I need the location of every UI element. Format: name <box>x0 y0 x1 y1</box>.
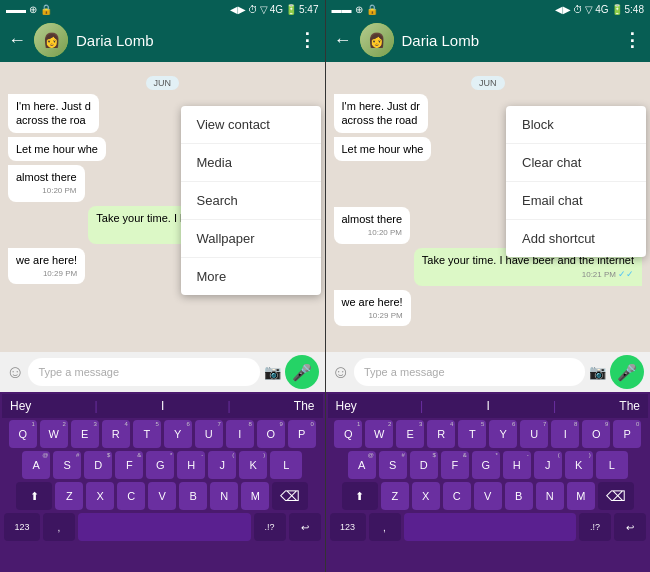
key-c[interactable]: C <box>117 482 145 510</box>
key-r-y[interactable]: Y6 <box>489 420 517 448</box>
key-r-comma[interactable]: , <box>369 513 401 541</box>
key-x[interactable]: X <box>86 482 114 510</box>
key-r-123[interactable]: 123 <box>330 513 366 541</box>
camera-button-2[interactable]: 📷 <box>589 364 606 380</box>
key-e[interactable]: E3 <box>71 420 99 448</box>
key-shift[interactable]: ⬆ <box>16 482 52 510</box>
key-punctuation[interactable]: .!? <box>254 513 286 541</box>
key-r-p[interactable]: P0 <box>613 420 641 448</box>
mic-button-2[interactable]: 🎤 <box>610 355 644 389</box>
key-r-g[interactable]: G* <box>472 451 500 479</box>
key-j[interactable]: J( <box>208 451 236 479</box>
menu-view-contact[interactable]: View contact <box>181 106 321 144</box>
message-input-right[interactable]: Type a message <box>354 358 585 386</box>
key-r-c[interactable]: C <box>443 482 471 510</box>
key-r-b[interactable]: B <box>505 482 533 510</box>
key-p[interactable]: P0 <box>288 420 316 448</box>
key-s[interactable]: S# <box>53 451 81 479</box>
date-badge: JUN <box>8 72 317 90</box>
menu-add-shortcut[interactable]: Add shortcut <box>506 220 646 257</box>
key-r-delete[interactable]: ⌫ <box>598 482 634 510</box>
menu-clear-chat[interactable]: Clear chat <box>506 144 646 182</box>
key-r-i[interactable]: I8 <box>551 420 579 448</box>
key-b[interactable]: B <box>179 482 207 510</box>
key-r-u[interactable]: U7 <box>520 420 548 448</box>
key-z[interactable]: Z <box>55 482 83 510</box>
key-r-v[interactable]: V <box>474 482 502 510</box>
key-f[interactable]: F& <box>115 451 143 479</box>
key-r[interactable]: R4 <box>102 420 130 448</box>
mic-button[interactable]: 🎤 <box>285 355 319 389</box>
key-u[interactable]: U7 <box>195 420 223 448</box>
key-r-e[interactable]: E3 <box>396 420 424 448</box>
suggestion-hey[interactable]: Hey <box>10 399 31 413</box>
menu-wallpaper[interactable]: Wallpaper <box>181 220 321 258</box>
key-r-m[interactable]: M <box>567 482 595 510</box>
key-r-t[interactable]: T5 <box>458 420 486 448</box>
key-d[interactable]: D$ <box>84 451 112 479</box>
key-r-l[interactable]: L <box>596 451 628 479</box>
contact-name: Daria Lomb <box>76 32 290 49</box>
key-i[interactable]: I8 <box>226 420 254 448</box>
more-menu-button-2[interactable]: ⋮ <box>623 29 642 51</box>
wifi-icon-2: ▽ <box>585 4 593 15</box>
key-r-n[interactable]: N <box>536 482 564 510</box>
menu-media[interactable]: Media <box>181 144 321 182</box>
key-v[interactable]: V <box>148 482 176 510</box>
key-r-s[interactable]: S# <box>379 451 407 479</box>
key-k[interactable]: K) <box>239 451 267 479</box>
suggestion-the[interactable]: The <box>294 399 315 413</box>
key-w[interactable]: W2 <box>40 420 68 448</box>
msg-text-5: we are here! <box>16 254 77 266</box>
key-y[interactable]: Y6 <box>164 420 192 448</box>
key-r-d[interactable]: D$ <box>410 451 438 479</box>
camera-button[interactable]: 📷 <box>264 364 281 380</box>
suggestion-i[interactable]: I <box>161 399 164 413</box>
emoji-button[interactable]: ☺ <box>6 362 24 383</box>
emoji-button-2[interactable]: ☺ <box>332 362 350 383</box>
key-r-j[interactable]: J( <box>534 451 562 479</box>
key-n[interactable]: N <box>210 482 238 510</box>
key-delete[interactable]: ⌫ <box>272 482 308 510</box>
key-r-k[interactable]: K) <box>565 451 593 479</box>
back-button[interactable]: ← <box>8 30 26 51</box>
key-t[interactable]: T5 <box>133 420 161 448</box>
dropdown-menu-right: Block Clear chat Email chat Add shortcut <box>506 106 646 257</box>
key-comma[interactable]: , <box>43 513 75 541</box>
more-menu-button[interactable]: ⋮ <box>298 29 317 51</box>
key-r-o[interactable]: O9 <box>582 420 610 448</box>
suggestion-the-2[interactable]: The <box>619 399 640 413</box>
key-l[interactable]: L <box>270 451 302 479</box>
key-r-r[interactable]: R4 <box>427 420 455 448</box>
key-enter[interactable]: ↩ <box>289 513 321 541</box>
key-r-h[interactable]: H- <box>503 451 531 479</box>
menu-more[interactable]: More <box>181 258 321 295</box>
message-input-left[interactable]: Type a message <box>28 358 259 386</box>
key-m[interactable]: M <box>241 482 269 510</box>
back-button-2[interactable]: ← <box>334 30 352 51</box>
key-q[interactable]: Q1 <box>9 420 37 448</box>
key-g[interactable]: G* <box>146 451 174 479</box>
key-o[interactable]: O9 <box>257 420 285 448</box>
menu-search[interactable]: Search <box>181 182 321 220</box>
key-space[interactable] <box>78 513 251 541</box>
key-r-punctuation[interactable]: .!? <box>579 513 611 541</box>
key-r-w[interactable]: W2 <box>365 420 393 448</box>
suggestion-i-2[interactable]: I <box>486 399 489 413</box>
key-h[interactable]: H- <box>177 451 205 479</box>
key-123[interactable]: 123 <box>4 513 40 541</box>
suggestion-hey-2[interactable]: Hey <box>336 399 357 413</box>
key-r-f[interactable]: F& <box>441 451 469 479</box>
key-r-x[interactable]: X <box>412 482 440 510</box>
contact-avatar[interactable]: 👩 <box>34 23 68 57</box>
contact-avatar-2[interactable]: 👩 <box>360 23 394 57</box>
menu-block[interactable]: Block <box>506 106 646 144</box>
menu-email-chat[interactable]: Email chat <box>506 182 646 220</box>
key-a[interactable]: A@ <box>22 451 50 479</box>
key-r-z[interactable]: Z <box>381 482 409 510</box>
key-r-space[interactable] <box>404 513 577 541</box>
key-r-shift[interactable]: ⬆ <box>342 482 378 510</box>
key-r-a[interactable]: A@ <box>348 451 376 479</box>
key-r-enter[interactable]: ↩ <box>614 513 646 541</box>
key-r-q[interactable]: Q1 <box>334 420 362 448</box>
